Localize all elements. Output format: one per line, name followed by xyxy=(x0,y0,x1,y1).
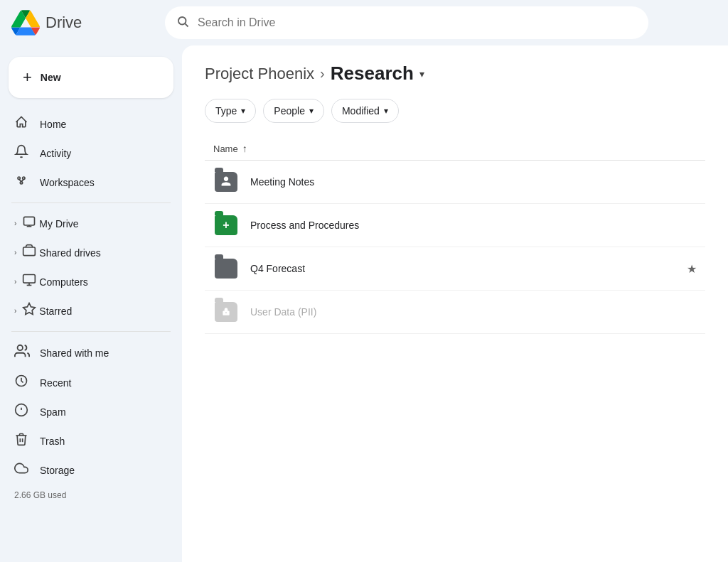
sidebar-item-workspaces-label: Workspaces xyxy=(40,177,95,188)
svg-point-4 xyxy=(20,182,22,184)
svg-point-18 xyxy=(18,345,23,350)
sidebar-divider-1 xyxy=(11,202,171,203)
sidebar-item-my-drive[interactable]: › My Drive xyxy=(0,209,171,238)
table-header: Name ↑ xyxy=(205,137,705,161)
sidebar-item-shared-drives-label: Shared drives xyxy=(39,247,100,259)
top-bar: Drive xyxy=(0,0,728,45)
shared-drives-expand-icon: › xyxy=(14,249,16,256)
sidebar-item-trash-label: Trash xyxy=(40,436,65,447)
plus-icon: + xyxy=(23,68,32,87)
starred-icon[interactable]: ★ xyxy=(687,262,697,276)
trash-icon xyxy=(14,432,28,450)
filter-people-label: People xyxy=(274,105,305,117)
name-column-header[interactable]: Name ↑ xyxy=(213,143,697,154)
filter-modified-chevron-icon: ▾ xyxy=(384,106,388,116)
sidebar-item-shared-with-me-label: Shared with me xyxy=(40,347,109,359)
filter-people-chevron-icon: ▾ xyxy=(309,106,314,116)
new-button[interactable]: + New xyxy=(9,57,173,98)
storage-used-text: 2.66 GB used xyxy=(14,490,66,500)
bell-icon xyxy=(14,144,28,162)
sidebar-item-computers-label: Computers xyxy=(39,276,87,288)
file-row[interactable]: User Data (PII) xyxy=(205,291,705,334)
sidebar-item-home-label: Home xyxy=(40,119,66,130)
sidebar-item-activity-label: Activity xyxy=(40,148,71,159)
workspaces-icon xyxy=(14,173,28,191)
meeting-notes-icon xyxy=(213,169,239,195)
home-icon xyxy=(14,115,28,133)
shared-drives-icon xyxy=(22,244,36,261)
svg-line-5 xyxy=(19,179,21,181)
logo-area: Drive xyxy=(11,9,154,37)
sidebar-item-trash[interactable]: Trash xyxy=(0,426,171,455)
sidebar-item-activity[interactable]: Activity xyxy=(0,139,171,168)
file-row[interactable]: Meeting Notes xyxy=(205,161,705,204)
sidebar-item-shared-drives[interactable]: › Shared drives xyxy=(0,238,171,267)
lock-icon xyxy=(221,306,231,318)
cloud-icon xyxy=(14,461,28,479)
sidebar-item-storage-label: Storage xyxy=(40,465,75,476)
svg-point-3 xyxy=(23,177,25,179)
my-drive-icon xyxy=(22,215,36,232)
new-button-label: New xyxy=(41,72,61,83)
app-title: Drive xyxy=(46,13,82,32)
breadcrumb-dropdown-icon[interactable]: ▾ xyxy=(419,68,424,80)
svg-point-2 xyxy=(18,177,20,179)
filter-type-chevron-icon: ▾ xyxy=(241,106,245,116)
svg-rect-14 xyxy=(23,275,36,283)
sidebar-item-spam[interactable]: Spam xyxy=(0,397,171,426)
svg-rect-7 xyxy=(24,217,35,225)
file-row[interactable]: Q4 Forecast ★ xyxy=(205,247,705,291)
sidebar-item-computers[interactable]: › Computers xyxy=(0,267,171,296)
clock-icon xyxy=(14,374,28,391)
filter-type-label: Type xyxy=(215,105,237,117)
sidebar-item-workspaces[interactable]: Workspaces xyxy=(0,168,171,197)
computer-icon xyxy=(22,273,36,291)
sidebar-item-shared-with-me[interactable]: Shared with me xyxy=(0,337,171,368)
filter-modified-label: Modified xyxy=(342,105,380,117)
breadcrumb: Project Phoenix › Research ▾ xyxy=(205,63,705,85)
sidebar-item-home[interactable]: Home xyxy=(0,109,171,139)
star-icon xyxy=(22,302,36,320)
q4-forecast-filename: Q4 Forecast xyxy=(250,263,670,274)
user-data-pii-icon xyxy=(213,299,239,325)
folder-person-icon xyxy=(220,175,232,189)
people-icon xyxy=(14,343,28,362)
svg-point-0 xyxy=(178,17,186,25)
sidebar-item-spam-label: Spam xyxy=(40,406,66,418)
sort-arrow-icon: ↑ xyxy=(242,143,247,154)
filters-bar: Type ▾ People ▾ Modified ▾ xyxy=(205,99,705,123)
sidebar-item-starred[interactable]: › Starred xyxy=(0,296,171,325)
breadcrumb-current[interactable]: Research xyxy=(331,63,414,85)
storage-info: 2.66 GB used xyxy=(0,485,182,506)
filter-modified-button[interactable]: Modified ▾ xyxy=(331,99,399,123)
sidebar-item-recent[interactable]: Recent xyxy=(0,368,171,397)
sidebar-item-recent-label: Recent xyxy=(40,377,71,389)
spam-icon xyxy=(14,403,28,421)
sidebar: + New Home Activity xyxy=(0,45,182,562)
svg-line-6 xyxy=(21,179,23,181)
svg-rect-10 xyxy=(23,247,36,256)
filter-people-button[interactable]: People ▾ xyxy=(263,99,324,123)
file-row[interactable]: + Process and Procedures xyxy=(205,204,705,247)
breadcrumb-separator-icon: › xyxy=(320,65,325,82)
sidebar-item-starred-label: Starred xyxy=(39,306,72,317)
drive-logo-icon xyxy=(11,9,40,37)
sidebar-divider-2 xyxy=(11,331,171,332)
folder-plus-icon: + xyxy=(223,219,229,232)
computers-expand-icon: › xyxy=(14,278,16,286)
svg-line-1 xyxy=(185,23,188,26)
name-column-label: Name xyxy=(213,144,238,154)
content-area: Project Phoenix › Research ▾ Type ▾ Peop… xyxy=(182,45,728,562)
search-input[interactable] xyxy=(198,16,637,29)
sidebar-item-my-drive-label: My Drive xyxy=(39,218,78,229)
search-icon xyxy=(176,15,189,31)
process-procedures-icon: + xyxy=(213,212,239,238)
filter-type-button[interactable]: Type ▾ xyxy=(205,99,256,123)
q4-forecast-icon xyxy=(213,256,239,281)
process-procedures-filename: Process and Procedures xyxy=(250,220,697,231)
meeting-notes-filename: Meeting Notes xyxy=(250,176,697,188)
user-data-pii-filename: User Data (PII) xyxy=(250,306,697,318)
sidebar-item-storage[interactable]: Storage xyxy=(0,455,171,485)
breadcrumb-parent[interactable]: Project Phoenix xyxy=(205,65,314,83)
search-bar[interactable] xyxy=(165,6,648,39)
